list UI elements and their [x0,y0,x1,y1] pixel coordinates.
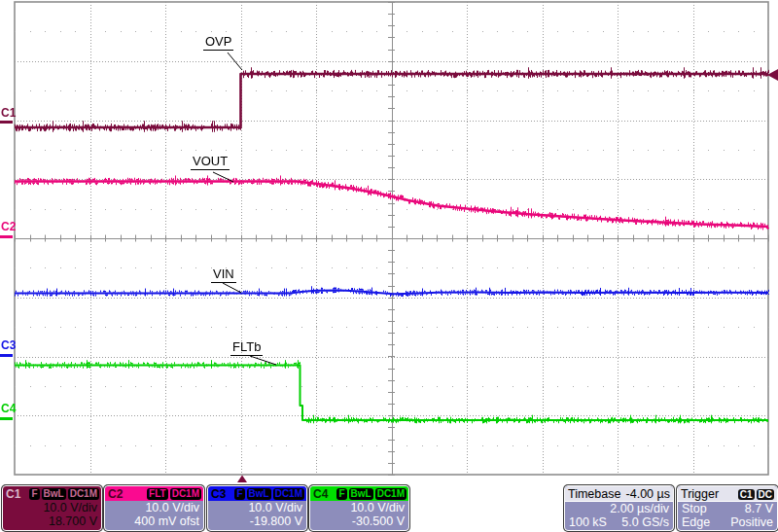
channel-badges: FBwLDC1M [29,488,99,500]
trigger-slope: Positive [730,515,773,529]
channel-offset-value: 18.700 V [3,514,101,528]
trigger-coupling-badge: DC [757,489,774,500]
channel-badges: FBwLDC1M [336,488,407,500]
channel-badge-dc1m: DC1M [273,488,304,500]
channel-descriptor-c2[interactable]: C2 FLTDC1M 10.0 V/div 400 mV ofst [104,485,204,531]
timebase-sampling-row: 100 kS 5.0 GS/s [565,515,673,529]
channel-badge-dc1m: DC1M [68,488,99,500]
channel-marker-c4[interactable]: C4 [1,403,16,414]
trigger-title: Trigger [681,487,719,501]
trigger-source-badge: C1 [738,489,755,500]
channel-marker-bar-c3 [0,354,13,357]
trigger-type-row: Edge Positive [678,515,777,529]
oscilloscope-screen: OVPVOUTVINFLTbC1C2C3C4 C1 FBwLDC1M 10.0 … [0,0,778,532]
channel-badge-f: F [29,488,39,500]
channel-header: C3 FBwLDC1M [208,486,306,501]
channel-marker-bar-c2 [0,235,13,238]
channel-volts-per-div: 10.0 V/div [105,501,203,514]
channel-marker-c1[interactable]: C1 [1,107,16,119]
trigger-badges: C1DC [736,487,774,501]
waveform-display [0,0,778,483]
channel-descriptor-c1[interactable]: C1 FBwLDC1M 10.0 V/div 18.700 V [2,485,102,531]
timebase-box[interactable]: Timebase -4.00 µs 2.00 µs/div 100 kS 5.0… [564,485,674,531]
channel-badges: FBwLDC1M [234,488,304,500]
channel-volts-per-div: 10.0 V/div [3,501,101,514]
channel-volts-per-div: 10.0 V/div [310,501,408,514]
timebase-samples: 100 kS [569,515,607,529]
channel-badge-bwl: BwL [42,488,66,500]
channel-badge-dc1m: DC1M [170,488,201,500]
status-bar: C1 FBwLDC1M 10.0 V/div 18.700 V C2 FLTDC… [0,483,778,532]
timebase-rate: 5.0 GS/s [621,515,669,529]
waveform-label-vout: VOUT [191,155,230,170]
trigger-level: 8.7 V [745,502,773,515]
channel-header: C1 FBwLDC1M [3,486,101,501]
channel-badge-bwl: BwL [349,488,373,500]
channel-descriptor-c3[interactable]: C3 FBwLDC1M 10.0 V/div -19.800 V [207,485,307,531]
channel-id: C2 [107,487,123,501]
channel-marker-c2[interactable]: C2 [1,221,16,232]
channel-offset-value: 400 mV ofst [105,514,203,528]
channel-badge-f: F [336,488,346,500]
trigger-mode: Stop [682,502,707,515]
trigger-mode-row: Stop 8.7 V [678,502,777,515]
channel-offset-value: -19.800 V [208,514,306,528]
channel-marker-c3[interactable]: C3 [1,339,16,351]
channel-badges: FLTDC1M [147,488,201,500]
timebase-offset: -4.00 µs [626,487,670,501]
channel-offset-value: -30.500 V [310,514,408,528]
channel-id: C1 [5,487,20,501]
waveform-label-ovp: OVP [203,35,233,51]
channel-id: C4 [312,487,328,501]
channel-badge-dc1m: DC1M [375,488,407,500]
channel-marker-bar-c4 [0,417,13,420]
channel-badge-f: F [234,488,244,500]
trigger-box[interactable]: Trigger C1DC Stop 8.7 V Edge Positive [677,485,778,531]
waveform-label-vin: VIN [211,267,236,283]
channel-marker-bar-c1 [0,121,13,124]
timebase-header: Timebase -4.00 µs [565,486,673,502]
timebase-scale-row: 2.00 µs/div [565,502,673,515]
channel-header: C2 FLTDC1M [105,486,203,501]
timebase-scale: 2.00 µs/div [610,502,669,515]
waveform-label-fltb: FLTb [230,340,263,356]
channel-badge-flt: FLT [147,488,168,500]
timebase-title: Timebase [568,487,620,501]
channel-badge-bwl: BwL [247,488,271,500]
channel-volts-per-div: 10.0 V/div [208,501,306,514]
channel-descriptor-c4[interactable]: C4 FBwLDC1M 10.0 V/div -30.500 V [309,485,409,531]
channel-id: C3 [210,487,226,501]
trigger-header: Trigger C1DC [678,486,777,502]
channel-header: C4 FBwLDC1M [310,486,408,501]
trigger-type: Edge [682,515,710,529]
